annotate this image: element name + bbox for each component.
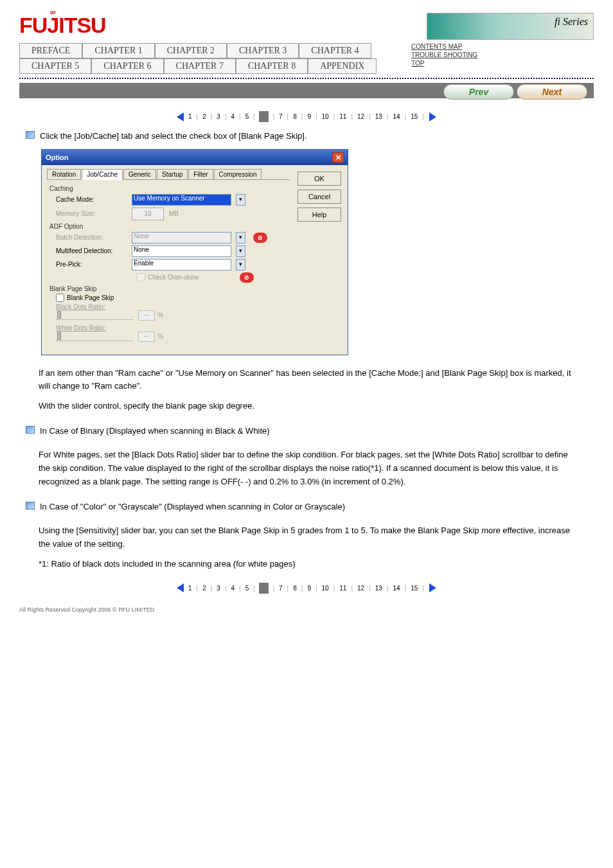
batch-detection-dropdown-icon: ▾ (236, 232, 245, 244)
link-top[interactable]: TOP (411, 60, 477, 67)
pager-top: 1| 2| 3| 4| 5| 6| 7| 8| 9| 10| 11| 12| 1… (0, 111, 613, 122)
cache-mode-label: Cache Mode: (56, 196, 127, 203)
blank-page-skip-checkbox[interactable] (56, 294, 64, 302)
tab-startup[interactable]: Startup (157, 169, 188, 179)
adf-group-label: ADF Option (49, 223, 290, 230)
nav-chapter-4[interactable]: CHAPTER 4 (299, 43, 371, 58)
white-dots-percent: % (157, 333, 163, 340)
page-8[interactable]: 8 (292, 113, 298, 120)
not-supported-icon-2: ⊘ (240, 272, 254, 283)
tab-generic[interactable]: Generic (123, 169, 156, 179)
in-binary-heading: In Case of Binary (Displayed when scanni… (40, 425, 270, 438)
nav-chapter-3[interactable]: CHAPTER 3 (227, 43, 299, 58)
multifeed-dropdown-icon[interactable]: ▾ (236, 245, 245, 257)
memory-size-unit: MB (169, 210, 179, 217)
page-5[interactable]: 5 (245, 113, 250, 120)
paragraph-1: If an item other than "Ram cache" or "Us… (39, 367, 574, 394)
page-9[interactable]: 9 (306, 113, 312, 120)
pager-bottom-next-icon[interactable] (429, 583, 436, 592)
white-dots-value: -- (138, 332, 155, 342)
main-nav: PREFACE CHAPTER 1 CHAPTER 2 CHAPTER 3 CH… (0, 43, 398, 74)
batch-detection-label: Batch Detection: (56, 234, 127, 241)
multifeed-select[interactable]: None (132, 245, 231, 257)
tab-compression[interactable]: Compression (214, 169, 262, 179)
fujitsu-logo: ∞ FUJITSU (19, 13, 106, 38)
dialog-title: Option (46, 154, 68, 161)
check-overskew-label: Check Over-skew (148, 274, 199, 281)
white-dots-slider[interactable] (56, 332, 133, 341)
tab-rotation[interactable]: Rotation (47, 169, 81, 179)
batch-detection-select: None (132, 232, 231, 244)
page-13[interactable]: 13 (375, 113, 383, 120)
bullet-icon-3 (26, 502, 35, 509)
nav-preface[interactable]: PREFACE (19, 43, 82, 58)
multifeed-label: Multifeed Detection: (56, 247, 127, 254)
help-button[interactable]: Help (298, 208, 341, 222)
black-dots-value: -- (138, 310, 155, 321)
dialog-tabs: Rotation Job/Cache Generic Startup Filte… (47, 169, 290, 180)
nav-chapter-8[interactable]: CHAPTER 8 (236, 58, 308, 74)
black-dots-percent: % (157, 312, 163, 319)
dialog-titlebar: Option ✕ (42, 150, 348, 165)
nav-appendix[interactable]: APPENDIX (308, 58, 377, 74)
black-dots-label: Black Dots Ratio: (56, 303, 290, 310)
tab-job-cache[interactable]: Job/Cache (82, 169, 123, 180)
cache-mode-dropdown-icon[interactable]: ▾ (236, 194, 245, 206)
page-2[interactable]: 2 (202, 113, 207, 120)
cancel-button[interactable]: Cancel (298, 190, 341, 204)
pager-bottom-prev-icon[interactable] (177, 583, 184, 592)
prepick-select[interactable]: Enable (132, 259, 231, 270)
pager-bottom: 1| 2| 3| 4| 5| 6| 7| 8| 9| 10| 11| 12| 1… (0, 583, 613, 594)
caching-group-label: Caching (49, 185, 290, 192)
close-icon[interactable]: ✕ (332, 152, 344, 163)
blank-page-skip-header: Blank Page Skip (49, 285, 290, 292)
memory-size-label: Memory Size: (56, 210, 127, 217)
prev-button[interactable]: Prev (443, 84, 514, 100)
next-button[interactable]: Next (517, 84, 587, 100)
bullet-icon-2 (26, 426, 35, 434)
link-contents-map[interactable]: CONTENTS MAP (411, 43, 477, 50)
tab-filter[interactable]: Filter (188, 169, 213, 179)
page-15[interactable]: 15 (410, 113, 418, 120)
page-4[interactable]: 4 (231, 113, 236, 120)
page-10[interactable]: 10 (321, 113, 330, 120)
page-6-current: 6 (259, 111, 269, 122)
ok-button[interactable]: OK (298, 172, 341, 186)
page-1[interactable]: 1 (188, 113, 193, 120)
pager-next-icon[interactable] (429, 112, 436, 121)
nav-chapter-7[interactable]: CHAPTER 7 (164, 58, 236, 74)
footnote: *1: Ratio of black dots included in the … (39, 558, 574, 571)
page-14[interactable]: 14 (393, 113, 401, 120)
copyright: All Rights Reserved Copyright 2006 © PFU… (19, 607, 154, 613)
check-overskew-checkbox (137, 273, 145, 281)
cache-mode-select[interactable]: Use Memory on Scanner (132, 194, 231, 206)
memory-size-input: 10 (132, 208, 164, 220)
side-nav: CONTENTS MAP TROUBLE SHOOTING TOP (398, 43, 477, 68)
pager-prev-icon[interactable] (177, 112, 184, 121)
white-dots-label: White Dots Ratio: (56, 324, 290, 332)
page-11[interactable]: 11 (339, 113, 347, 120)
prepick-dropdown-icon[interactable]: ▾ (236, 259, 245, 270)
prepick-label: Pre-Pick: (56, 261, 127, 268)
footer: All Rights Reserved Copyright 2006 © PFU… (19, 607, 594, 613)
section-1-text: Click the [Job/Cache] tab and select the… (40, 130, 307, 143)
nav-chapter-6[interactable]: CHAPTER 6 (91, 58, 163, 74)
in-color-text: Using the [Sensitivity] slider bar, you … (39, 524, 574, 551)
page-3[interactable]: 3 (216, 113, 221, 120)
page-12[interactable]: 12 (357, 113, 365, 120)
nav-chapter-2[interactable]: CHAPTER 2 (155, 43, 227, 58)
paragraph-2: With the slider control, specify the bla… (39, 400, 574, 413)
blank-page-skip-label: Blank Page Skip (67, 294, 114, 301)
divider-dots (19, 78, 594, 79)
nav-chapter-1[interactable]: CHAPTER 1 (82, 43, 154, 58)
in-color-heading: In Case of "Color" or "Grayscale" (Displ… (40, 500, 345, 513)
link-trouble-shooting[interactable]: TROUBLE SHOOTING (411, 51, 477, 58)
option-dialog: Option ✕ Rotation Job/Cache Generic Star… (41, 149, 348, 355)
bullet-icon (26, 131, 35, 139)
in-binary-text: For White pages, set the [Black Dots Rat… (39, 448, 574, 488)
black-dots-slider[interactable] (56, 311, 133, 320)
nav-chapter-5[interactable]: CHAPTER 5 (19, 58, 91, 74)
page-7[interactable]: 7 (278, 113, 283, 120)
fi-series-banner: fi Series (427, 13, 594, 40)
not-supported-icon: ⊘ (253, 233, 267, 243)
